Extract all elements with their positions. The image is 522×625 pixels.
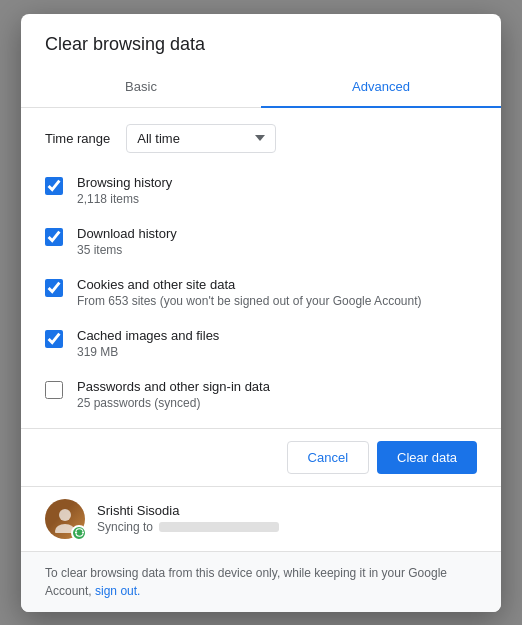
item-label-download-history: Download history xyxy=(77,226,177,241)
checkbox-item-autofill: Autofill form data xyxy=(45,420,477,428)
tab-basic[interactable]: Basic xyxy=(21,67,261,108)
checkbox-passwords[interactable] xyxy=(45,381,63,399)
sync-bar xyxy=(159,522,279,532)
actions-row: Cancel Clear data xyxy=(21,429,501,486)
time-range-select[interactable]: All time Last hour Last 24 hours Last 7 … xyxy=(126,124,276,153)
checkbox-item-browsing-history: Browsing history 2,118 items xyxy=(45,165,477,216)
sync-label: Syncing to xyxy=(97,520,153,534)
cancel-button[interactable]: Cancel xyxy=(287,441,369,474)
dialog-title: Clear browsing data xyxy=(21,14,501,55)
checkbox-browsing-history[interactable] xyxy=(45,177,63,195)
footer-note: To clear browsing data from this device … xyxy=(21,551,501,612)
svg-point-0 xyxy=(59,509,71,521)
avatar-wrap xyxy=(45,499,85,539)
item-label-passwords: Passwords and other sign-in data xyxy=(77,379,270,394)
scrollable-content: Time range All time Last hour Last 24 ho… xyxy=(21,108,501,428)
user-section: Srishti Sisodia Syncing to xyxy=(21,486,501,551)
checkbox-download-history[interactable] xyxy=(45,228,63,246)
item-label-cached: Cached images and files xyxy=(77,328,219,343)
item-sub-cookies: From 653 sites (you won't be signed out … xyxy=(77,294,421,308)
item-sub-browsing-history: 2,118 items xyxy=(77,192,172,206)
item-sub-download-history: 35 items xyxy=(77,243,177,257)
checkbox-item-cookies: Cookies and other site data From 653 sit… xyxy=(45,267,477,318)
user-info: Srishti Sisodia Syncing to xyxy=(97,503,279,534)
tab-advanced[interactable]: Advanced xyxy=(261,67,501,108)
item-label-cookies: Cookies and other site data xyxy=(77,277,421,292)
item-sub-passwords: 25 passwords (synced) xyxy=(77,396,270,410)
user-name: Srishti Sisodia xyxy=(97,503,279,518)
sync-row: Syncing to xyxy=(97,520,279,534)
time-range-label: Time range xyxy=(45,131,110,146)
clear-browsing-data-dialog: Clear browsing data Basic Advanced Time … xyxy=(21,14,501,612)
checkbox-cached[interactable] xyxy=(45,330,63,348)
sign-out-link[interactable]: sign out. xyxy=(95,584,140,598)
checkbox-cookies[interactable] xyxy=(45,279,63,297)
time-range-row: Time range All time Last hour Last 24 ho… xyxy=(45,108,477,165)
tabs: Basic Advanced xyxy=(21,67,501,108)
item-sub-cached: 319 MB xyxy=(77,345,219,359)
checkbox-item-cached: Cached images and files 319 MB xyxy=(45,318,477,369)
checkbox-item-download-history: Download history 35 items xyxy=(45,216,477,267)
checkbox-item-passwords: Passwords and other sign-in data 25 pass… xyxy=(45,369,477,420)
sync-badge xyxy=(71,525,87,541)
item-label-browsing-history: Browsing history xyxy=(77,175,172,190)
clear-data-button[interactable]: Clear data xyxy=(377,441,477,474)
